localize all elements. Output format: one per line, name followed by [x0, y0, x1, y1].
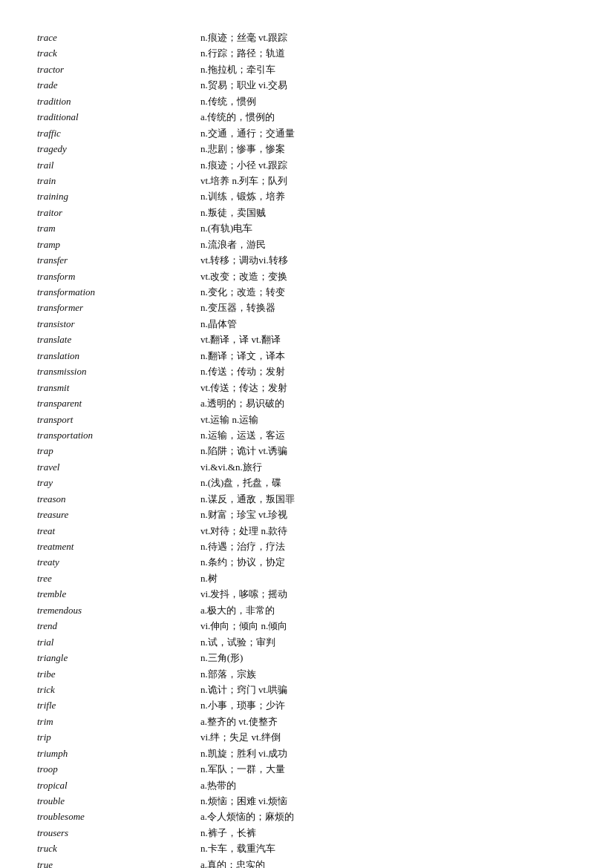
word-definition: n.裤子，长裤 [200, 825, 577, 841]
word-definition: a.传统的，惯例的 [200, 109, 577, 125]
table-row: triumphn.凯旋；胜利 vi.成功 [37, 746, 577, 761]
word-definition: vi.绊；失足 vt.绊倒 [200, 729, 577, 745]
word-english: transport [37, 412, 200, 427]
word-english: transmit [37, 380, 200, 395]
table-row: truckn.卡车，载重汽车 [37, 841, 577, 856]
word-english: trousers [37, 825, 200, 841]
word-definition: n.变压器，转换器 [200, 300, 577, 315]
word-definition: n.卡车，载重汽车 [200, 841, 577, 856]
word-definition: n.痕迹；丝毫 vt.跟踪 [200, 30, 577, 45]
word-english: tree [37, 571, 200, 586]
word-definition: n.贸易；职业 vi.交易 [200, 77, 577, 93]
word-english: track [37, 45, 200, 61]
word-definition: a.极大的，非常的 [200, 602, 577, 618]
table-row: trampn.流浪者，游民 [37, 237, 577, 252]
word-definition: vi.伸向；倾向 n.倾向 [200, 618, 577, 634]
table-row: trianglen.三角(形) [37, 650, 577, 665]
word-definition: a.热带的 [200, 777, 577, 793]
word-english: tremble [37, 586, 200, 602]
word-english: translation [37, 348, 200, 364]
word-definition: n.条约；协议，协定 [200, 554, 577, 570]
word-english: transform [37, 269, 200, 284]
word-definition: n.行踪；路径；轨道 [200, 45, 577, 61]
word-definition: vt.翻译，译 vt.翻译 [200, 332, 577, 347]
table-row: trackn.行踪；路径；轨道 [37, 45, 577, 61]
word-definition: n.陷阱；诡计 vt.诱骗 [200, 443, 577, 458]
word-english: tribe [37, 666, 200, 682]
table-row: tracen.痕迹；丝毫 vt.跟踪 [37, 30, 577, 45]
word-english: transformer [37, 300, 200, 315]
table-row: transfervt.转移；调动vi.转移 [37, 252, 577, 268]
word-definition: n.变化；改造；转变 [200, 284, 577, 300]
table-row: tremendousa.极大的，非常的 [37, 602, 577, 618]
word-definition: vi.&vi.&n.旅行 [200, 459, 577, 475]
table-row: troublen.烦恼；困难 vi.烦恼 [37, 793, 577, 809]
word-english: true [37, 857, 200, 868]
word-english: traitor [37, 205, 200, 220]
table-row: transportvt.运输 n.运输 [37, 412, 577, 427]
word-english: trial [37, 634, 200, 650]
table-row: travelvi.&vi.&n.旅行 [37, 459, 577, 475]
table-row: traitorn.叛徒，卖国贼 [37, 205, 577, 220]
word-definition: n.训练，锻炼，培养 [200, 188, 577, 204]
table-row: traditionn.传统，惯例 [37, 93, 577, 109]
word-definition: n.叛徒，卖国贼 [200, 205, 577, 220]
table-row: tripvi.绊；失足 vt.绊倒 [37, 729, 577, 745]
word-english: transfer [37, 252, 200, 268]
word-english: triangle [37, 650, 200, 665]
word-definition: n.试，试验；审判 [200, 634, 577, 650]
table-row: transparenta.透明的；易识破的 [37, 395, 577, 411]
table-row: trousersn.裤子，长裤 [37, 825, 577, 841]
word-definition: n.凯旋；胜利 vi.成功 [200, 746, 577, 761]
word-english: train [37, 173, 200, 188]
word-english: trouble [37, 793, 200, 809]
table-row: treasuren.财富；珍宝 vt.珍视 [37, 507, 577, 522]
word-definition: n.财富；珍宝 vt.珍视 [200, 507, 577, 522]
word-definition: vt.改变；改造；变换 [200, 269, 577, 284]
table-row: troublesomea.令人烦恼的；麻烦的 [37, 809, 577, 824]
word-english: treasure [37, 507, 200, 522]
word-english: trap [37, 443, 200, 458]
word-definition: n.小事，琐事；少许 [200, 697, 577, 713]
word-english: trail [37, 157, 200, 173]
word-definition: n.谋反，通敌，叛国罪 [200, 491, 577, 507]
word-english: traditional [37, 109, 200, 125]
word-definition: n.(浅)盘，托盘，碟 [200, 475, 577, 490]
word-definition: n.待遇；治疗，疗法 [200, 539, 577, 554]
word-english: trend [37, 618, 200, 634]
table-row: trima.整齐的 vt.使整齐 [37, 714, 577, 729]
table-row: tremblevi.发抖，哆嗦；摇动 [37, 586, 577, 602]
word-definition: n.悲剧；惨事，惨案 [200, 141, 577, 157]
table-row: traden.贸易；职业 vi.交易 [37, 77, 577, 93]
word-definition: vt.培养 n.列车；队列 [200, 173, 577, 188]
word-english: tractor [37, 62, 200, 77]
word-definition: vt.对待；处理 n.款待 [200, 523, 577, 539]
table-row: traditionala.传统的，惯例的 [37, 109, 577, 125]
word-definition: n.军队；一群，大量 [200, 761, 577, 777]
table-row: translatevt.翻译，译 vt.翻译 [37, 332, 577, 347]
word-definition: n.拖拉机；牵引车 [200, 62, 577, 77]
table-row: trickn.诡计；窍门 vt.哄骗 [37, 682, 577, 697]
table-row: transformvt.改变；改造；变换 [37, 269, 577, 284]
word-definition: n.交通，通行；交通量 [200, 125, 577, 141]
word-english: training [37, 188, 200, 204]
table-row: tropicala.热带的 [37, 777, 577, 793]
table-row: trailn.痕迹；小径 vt.跟踪 [37, 157, 577, 173]
word-english: trade [37, 77, 200, 93]
word-english: transportation [37, 427, 200, 443]
table-row: transformationn.变化；改造；转变 [37, 284, 577, 300]
table-row: treen.树 [37, 571, 577, 586]
word-english: truck [37, 841, 200, 856]
word-definition: n.部落，宗族 [200, 666, 577, 682]
word-definition: vt.转移；调动vi.转移 [200, 252, 577, 268]
word-definition: a.透明的；易识破的 [200, 395, 577, 411]
word-english: trifle [37, 697, 200, 713]
word-definition: n.传统，惯例 [200, 93, 577, 109]
word-english: trace [37, 30, 200, 45]
word-definition: n.烦恼；困难 vi.烦恼 [200, 793, 577, 809]
word-english: troop [37, 761, 200, 777]
word-english: treaty [37, 554, 200, 570]
table-row: tramn.(有轨)电车 [37, 220, 577, 236]
word-english: treat [37, 523, 200, 539]
table-row: transportationn.运输，运送，客运 [37, 427, 577, 443]
